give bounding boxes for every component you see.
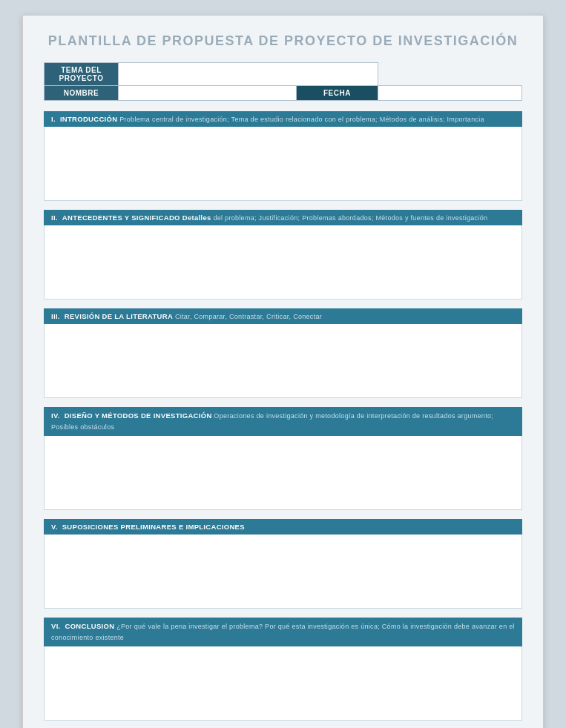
section-desc-bold-2: Detalles <box>182 214 211 222</box>
sections-container: I.INTRODUCCIÓN Problema central de inves… <box>44 111 522 728</box>
tema-label: TEMA DEL PROYECTO <box>45 63 119 86</box>
fecha-input[interactable] <box>378 86 522 101</box>
section-title-3: REVISIÓN DE LA LITERATURA <box>65 312 173 320</box>
section-num-4: IV. <box>51 411 60 420</box>
section-body-2[interactable] <box>44 225 522 300</box>
section-block-1: I.INTRODUCCIÓN Problema central de inves… <box>44 111 522 201</box>
fecha-label: FECHA <box>297 86 378 101</box>
section-block-4: IV.DISEÑO Y MÉTODOS DE INVESTIGACIÓN Ope… <box>44 407 522 510</box>
section-block-2: II.ANTECEDENTES Y SIGNIFICADO Detalles d… <box>44 210 522 300</box>
section-body-4[interactable] <box>44 436 522 510</box>
section-header-4: IV.DISEÑO Y MÉTODOS DE INVESTIGACIÓN Ope… <box>44 407 522 436</box>
section-num-1: I. <box>51 115 56 123</box>
section-num-5: V. <box>51 523 58 531</box>
nombre-input[interactable] <box>119 86 297 101</box>
section-num-2: II. <box>51 214 58 222</box>
section-title-6: CONCLUSION <box>65 622 115 630</box>
header-table: TEMA DEL PROYECTO NOMBRE FECHA <box>44 62 522 101</box>
section-body-1[interactable] <box>44 127 522 201</box>
tema-input[interactable] <box>119 63 378 86</box>
section-header-1: I.INTRODUCCIÓN Problema central de inves… <box>44 111 522 127</box>
section-block-6: VI.CONCLUSION ¿Por qué vale la pena inve… <box>44 618 522 721</box>
section-block-5: V.SUPOSICIONES PRELIMINARES E IMPLICACIO… <box>44 519 522 609</box>
section-desc-6: ¿Por qué vale la pena investigar el prob… <box>51 623 515 641</box>
section-block-3: III.REVISIÓN DE LA LITERATURA Citar, Com… <box>44 308 522 398</box>
section-body-3[interactable] <box>44 324 522 398</box>
section-title-1: INTRODUCCIÓN <box>60 115 118 123</box>
section-title-4: DISEÑO Y MÉTODOS DE INVESTIGACIÓN <box>65 411 212 420</box>
page-title: PLANTILLA DE PROPUESTA DE PROYECTO DE IN… <box>44 33 522 49</box>
section-title-5: SUPOSICIONES PRELIMINARES E IMPLICACIONE… <box>62 523 245 531</box>
section-header-3: III.REVISIÓN DE LA LITERATURA Citar, Com… <box>44 308 522 324</box>
page: PLANTILLA DE PROPUESTA DE PROYECTO DE IN… <box>22 15 544 728</box>
nombre-label: NOMBRE <box>45 86 119 101</box>
section-num-6: VI. <box>51 622 61 630</box>
section-header-2: II.ANTECEDENTES Y SIGNIFICADO Detalles d… <box>44 210 522 225</box>
section-header-5: V.SUPOSICIONES PRELIMINARES E IMPLICACIO… <box>44 519 522 535</box>
section-desc-2: del problema; Justificación; Problemas a… <box>211 214 488 222</box>
section-header-6: VI.CONCLUSION ¿Por qué vale la pena inve… <box>44 618 522 646</box>
section-title-2: ANTECEDENTES Y SIGNIFICADO <box>62 214 180 222</box>
section-body-6[interactable] <box>44 646 522 721</box>
section-desc-1: Problema central de investigación; Tema … <box>117 116 484 123</box>
section-desc-3: Citar, Comparar, Contrastar, Criticar, C… <box>173 313 322 320</box>
section-num-3: III. <box>51 312 60 320</box>
section-body-5[interactable] <box>44 535 522 609</box>
